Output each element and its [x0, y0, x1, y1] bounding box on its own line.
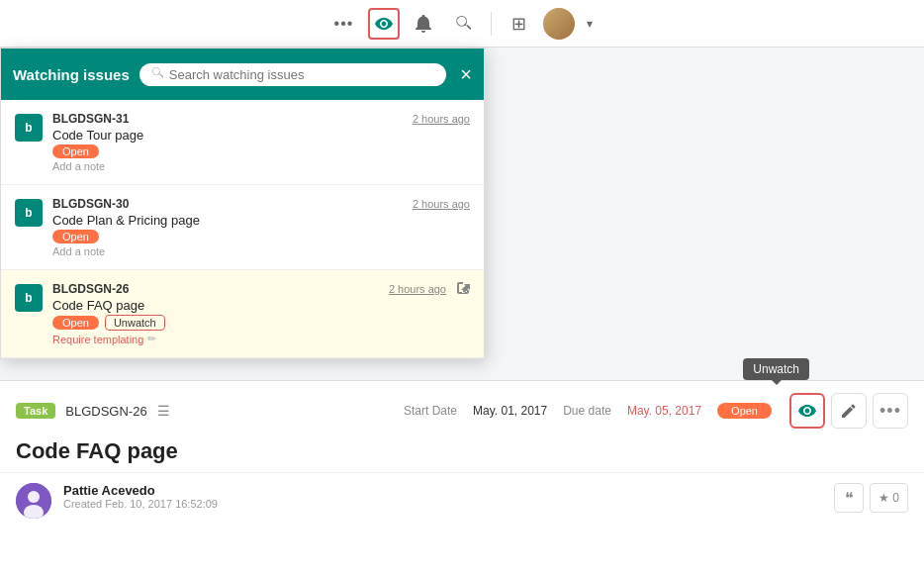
due-date-value: May. 05, 2017 [627, 404, 701, 418]
task-edit-button[interactable] [831, 393, 867, 429]
open-badge-3: Open [52, 316, 99, 330]
task-header: Task BLGDSGN-26 ☰ Start Date May. 01, 20… [0, 381, 924, 434]
issue-avatar-3: b [15, 284, 43, 312]
comment-actions: ❝ ★ 0 [834, 483, 908, 513]
add-note-1[interactable]: Add a note [52, 160, 470, 172]
open-badge-2: Open [52, 230, 99, 243]
commenter-avatar [16, 483, 51, 519]
watching-issues-panel: Watching issues × b BLGDSGN-31 2 hours a… [0, 48, 485, 359]
issue-content-2: BLGDSGN-30 2 hours ago Code Plan & Prici… [52, 197, 470, 257]
issue-item-1: b BLGDSGN-31 2 hours ago Code Tour page … [1, 100, 484, 185]
top-nav-bar: ••• ⊞ ▾ [0, 0, 924, 48]
watching-search-box[interactable] [139, 63, 447, 86]
issue-title-3[interactable]: Code FAQ page [52, 298, 470, 313]
bell-nav-icon[interactable] [408, 8, 439, 40]
unwatch-tooltip: Unwatch [743, 358, 809, 380]
issue-item-3: b BLGDSGN-26 2 hours ago Code FAQ page O… [1, 270, 484, 358]
comment-body: Pattie Acevedo Created Feb. 10, 2017 16:… [63, 483, 822, 510]
issue-title-1[interactable]: Code Tour page [52, 128, 470, 143]
task-id[interactable]: BLGDSGN-26 [65, 404, 146, 419]
watching-panel-header: Watching issues × [1, 48, 484, 100]
issue-item-2: b BLGDSGN-30 2 hours ago Code Plan & Pri… [1, 185, 484, 270]
issue-id-3[interactable]: BLGDSGN-26 [52, 282, 129, 296]
issue-badges-1: Open [52, 144, 470, 158]
task-watch-button[interactable] [789, 393, 825, 429]
issue-time-3[interactable]: 2 hours ago [389, 283, 446, 295]
issue-title-2[interactable]: Code Plan & Pricing page [52, 213, 470, 228]
nav-separator [491, 12, 492, 36]
issue-id-2[interactable]: BLGDSGN-30 [52, 197, 129, 211]
task-detail-panel: Task BLGDSGN-26 ☰ Start Date May. 01, 20… [0, 380, 924, 578]
issue-badges-2: Open [52, 230, 470, 243]
unwatch-badge-3[interactable]: Unwatch [105, 315, 165, 331]
issue-note-row-3: Require templating ✏ [52, 333, 470, 345]
user-avatar-nav[interactable] [543, 8, 575, 40]
add-note-2[interactable]: Add a note [52, 245, 470, 257]
search-nav-icon[interactable] [447, 8, 479, 40]
issue-avatar-1: b [15, 114, 43, 142]
task-action-buttons: ••• [789, 393, 908, 429]
chevron-down-icon[interactable]: ▾ [583, 8, 597, 40]
issue-top-row-1: BLGDSGN-31 2 hours ago [52, 112, 470, 126]
comment-row: Pattie Acevedo Created Feb. 10, 2017 16:… [0, 472, 924, 529]
task-meta: Start Date May. 01, 2017 Due date May. 0… [404, 403, 772, 419]
task-open-badge: Open [717, 403, 772, 419]
star-icon: ★ [878, 491, 889, 505]
task-badge: Task [16, 403, 55, 419]
task-list-icon[interactable]: ☰ [157, 403, 170, 419]
issue-avatar-2: b [15, 199, 43, 227]
grid-nav-icon[interactable]: ⊞ [504, 8, 535, 40]
star-button[interactable]: ★ 0 [870, 483, 908, 513]
issue-note-3[interactable]: Require templating [52, 334, 143, 345]
open-badge-1: Open [52, 144, 99, 158]
close-panel-icon[interactable]: × [460, 64, 472, 84]
issue-time-2[interactable]: 2 hours ago [413, 198, 470, 210]
issue-content-3: BLGDSGN-26 2 hours ago Code FAQ page Ope… [52, 282, 470, 345]
watching-panel-title: Watching issues [13, 66, 130, 83]
more-nav-icon[interactable]: ••• [328, 8, 360, 40]
task-more-button[interactable]: ••• [873, 393, 908, 429]
issue-time-1[interactable]: 2 hours ago [413, 113, 470, 125]
search-icon [151, 67, 163, 82]
star-count: 0 [892, 491, 899, 505]
svg-point-1 [28, 491, 40, 503]
task-title: Code FAQ page [0, 434, 924, 472]
unwatch-tooltip-text: Unwatch [753, 362, 799, 376]
quote-button[interactable]: ❝ [834, 483, 864, 513]
watching-nav-button[interactable] [368, 8, 400, 40]
issue-content-1: BLGDSGN-31 2 hours ago Code Tour page Op… [52, 112, 470, 172]
due-date-label: Due date [563, 404, 611, 418]
pencil-icon[interactable]: ✏ [147, 333, 156, 345]
start-date-label: Start Date [404, 404, 457, 418]
external-link-icon[interactable] [457, 282, 470, 298]
issue-id-1[interactable]: BLGDSGN-31 [52, 112, 129, 126]
issue-top-row-3: BLGDSGN-26 2 hours ago [52, 282, 470, 296]
comment-date: Created Feb. 10, 2017 16:52:09 [63, 498, 822, 510]
start-date-value: May. 01, 2017 [473, 404, 547, 418]
avatar-image [543, 8, 575, 40]
search-input[interactable] [169, 67, 435, 82]
issue-top-row-2: BLGDSGN-30 2 hours ago [52, 197, 470, 211]
issue-badges-3: Open Unwatch [52, 315, 470, 331]
comment-author: Pattie Acevedo [63, 483, 822, 498]
